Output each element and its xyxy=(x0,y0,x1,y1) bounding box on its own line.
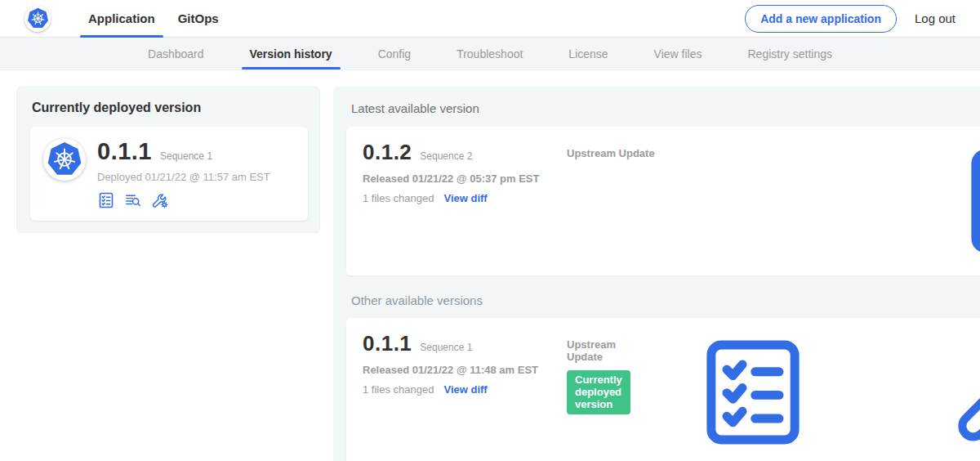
other-available-heading: Other available versions xyxy=(351,293,980,307)
subnav-version-history[interactable]: Version history xyxy=(227,38,355,69)
app-subnav: Dashboard Version history Config Trouble… xyxy=(0,38,980,70)
deploy-logs-icon[interactable] xyxy=(124,191,142,209)
released-timestamp: Released 01/21/22 @ 05:37 pm EST xyxy=(363,172,567,185)
tab-gitops[interactable]: GitOps xyxy=(167,0,230,37)
version-number: 0.1.1 xyxy=(363,331,412,356)
edit-config-icon[interactable] xyxy=(151,191,169,209)
release-notes-icon[interactable] xyxy=(895,140,980,262)
subnav-registry-settings[interactable]: Registry settings xyxy=(725,38,855,69)
version-actions: Redeploy xyxy=(630,331,980,454)
edit-config-icon[interactable] xyxy=(887,331,980,454)
deployed-version-number: 0.1.1 xyxy=(97,138,152,165)
app-header: Application GitOps Add a new application… xyxy=(0,0,980,38)
add-new-application-button[interactable]: Add a new application xyxy=(745,5,897,33)
subnav-dashboard[interactable]: Dashboard xyxy=(125,38,227,69)
header-right: Add a new application Log out xyxy=(745,5,956,33)
version-source: Upstream Update Currently deployed versi… xyxy=(567,331,630,414)
source-label: Upstream Update xyxy=(567,147,895,159)
header-tabs: Application GitOps xyxy=(77,0,230,37)
version-number: 0.1.2 xyxy=(363,140,412,165)
source-label: Upstream Update xyxy=(567,338,630,363)
logout-link[interactable]: Log out xyxy=(915,11,956,25)
deployed-version-card: 0.1.1 Sequence 1 Deployed 01/21/22 @ 11:… xyxy=(30,127,308,221)
currently-deployed-card: Currently deployed version 0.1.1 Sequenc… xyxy=(16,87,320,233)
tab-gitops-label: GitOps xyxy=(178,11,219,25)
version-row-0-1-1: 0.1.1 Sequence 1 Released 01/21/22 @ 11:… xyxy=(346,318,980,461)
files-changed-label: 1 files changed xyxy=(363,192,434,204)
version-actions: Deploy xyxy=(895,140,980,262)
panel-header: Latest available version Check for updat… xyxy=(346,100,980,127)
currently-deployed-title: Currently deployed version xyxy=(32,101,308,115)
deployed-info: 0.1.1 Sequence 1 Deployed 01/21/22 @ 11:… xyxy=(97,138,270,209)
release-notes-icon[interactable] xyxy=(630,331,875,454)
sequence-label: Sequence 2 xyxy=(420,150,472,162)
tab-application[interactable]: Application xyxy=(77,0,167,37)
deployed-action-icons xyxy=(97,191,270,209)
subnav-view-files[interactable]: View files xyxy=(631,38,725,69)
version-row-0-1-2: 0.1.2 Sequence 2 Released 01/21/22 @ 05:… xyxy=(346,127,980,275)
tab-application-label: Application xyxy=(88,11,155,25)
released-timestamp: Released 01/21/22 @ 11:48 am EST xyxy=(363,364,567,376)
release-notes-icon[interactable] xyxy=(97,191,115,209)
files-changed-label: 1 files changed xyxy=(363,383,434,396)
currently-deployed-badge: Currently deployed version xyxy=(567,370,630,414)
view-diff-link[interactable]: View diff xyxy=(443,192,487,204)
subnav-troubleshoot[interactable]: Troubleshoot xyxy=(434,38,546,69)
version-history-panel: Latest available version Check for updat… xyxy=(333,87,980,461)
version-source: Upstream Update xyxy=(567,140,895,159)
subnav-config[interactable]: Config xyxy=(355,38,434,69)
sequence-label: Sequence 1 xyxy=(420,342,472,353)
version-info: 0.1.2 Sequence 2 Released 01/21/22 @ 05:… xyxy=(363,140,567,204)
deployed-sequence-label: Sequence 1 xyxy=(160,150,212,162)
main-content: Currently deployed version 0.1.1 Sequenc… xyxy=(0,70,980,461)
deployed-timestamp: Deployed 01/21/22 @ 11:57 am EST xyxy=(97,171,270,183)
kubernetes-logo xyxy=(24,6,51,32)
version-info: 0.1.1 Sequence 1 Released 01/21/22 @ 11:… xyxy=(363,331,567,396)
subnav-license[interactable]: License xyxy=(546,38,630,69)
view-diff-link[interactable]: View diff xyxy=(443,383,487,396)
latest-available-heading: Latest available version xyxy=(351,101,479,115)
app-logo xyxy=(43,138,86,181)
